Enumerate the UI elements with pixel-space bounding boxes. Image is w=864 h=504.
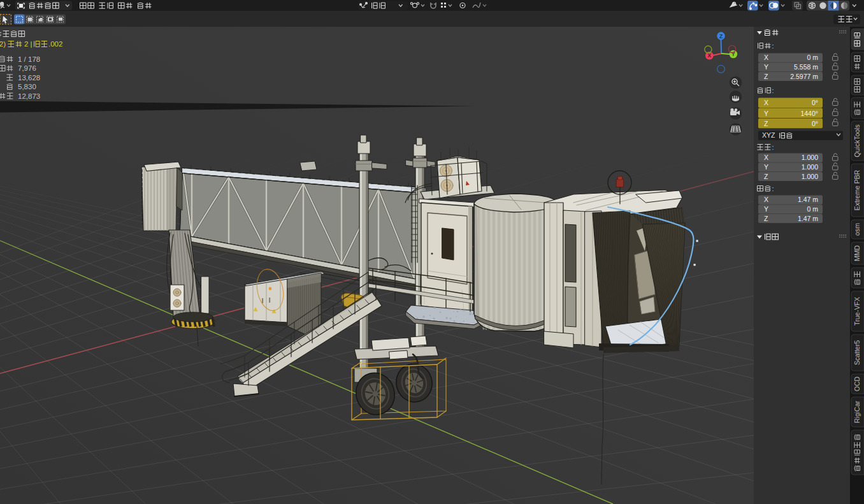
svg-text:Scatter5: Scatter5: [853, 340, 861, 365]
svg-text:1440°: 1440°: [800, 110, 818, 117]
svg-text:Y: Y: [731, 51, 735, 57]
svg-text:QuickTools: QuickTools: [853, 124, 861, 157]
svg-text:1.000: 1.000: [802, 173, 818, 180]
svg-text:Z: Z: [719, 33, 723, 40]
svg-text::: :: [772, 143, 774, 151]
svg-text:5,830: 5,830: [18, 83, 36, 90]
svg-text::: :: [772, 185, 774, 192]
svg-text:12,873: 12,873: [18, 92, 40, 100]
svg-text:1.47 m: 1.47 m: [798, 215, 818, 222]
svg-text:osm: osm: [853, 223, 861, 236]
svg-text:(2): (2): [0, 40, 6, 48]
svg-text:13,628: 13,628: [18, 74, 40, 82]
svg-text:Y: Y: [764, 110, 768, 117]
svg-text:2 |: 2 |: [24, 40, 32, 48]
svg-text:0 m: 0 m: [807, 54, 818, 61]
svg-text:1.47 m: 1.47 m: [798, 196, 818, 203]
svg-text:0 m: 0 m: [807, 205, 818, 213]
svg-text:OCD: OCD: [853, 376, 861, 391]
svg-text:MMD: MMD: [853, 245, 861, 261]
svg-text:Z: Z: [764, 215, 768, 222]
svg-text:Z: Z: [764, 120, 768, 127]
svg-text::: :: [772, 87, 774, 94]
svg-text:0°: 0°: [812, 120, 818, 127]
svg-text:2.5977 m: 2.5977 m: [790, 73, 818, 80]
svg-text::: :: [772, 42, 774, 50]
svg-text:1.000: 1.000: [802, 163, 818, 171]
svg-text:1.000: 1.000: [802, 154, 818, 161]
svg-text:True-VFX: True-VFX: [853, 297, 861, 326]
svg-text:X: X: [764, 196, 768, 203]
svg-text:X: X: [764, 99, 768, 106]
svg-text:X: X: [764, 154, 768, 161]
svg-text:XYZ: XYZ: [762, 131, 775, 139]
svg-text:X: X: [707, 52, 711, 59]
svg-text:5.558 m: 5.558 m: [794, 63, 818, 71]
svg-text:Z: Z: [764, 73, 768, 80]
svg-text:RigiCar: RigiCar: [853, 400, 861, 423]
svg-text:1 / 178: 1 / 178: [18, 55, 40, 63]
svg-text:Y: Y: [764, 163, 768, 171]
svg-text:Y: Y: [764, 63, 768, 71]
svg-text:Extreme PBR: Extreme PBR: [853, 169, 861, 210]
svg-text:Z: Z: [764, 173, 768, 180]
svg-text:0°: 0°: [812, 99, 818, 106]
svg-text:.002: .002: [48, 40, 62, 48]
svg-text:Y: Y: [764, 205, 768, 213]
svg-text:X: X: [764, 54, 768, 61]
svg-text:7,976: 7,976: [18, 64, 36, 72]
